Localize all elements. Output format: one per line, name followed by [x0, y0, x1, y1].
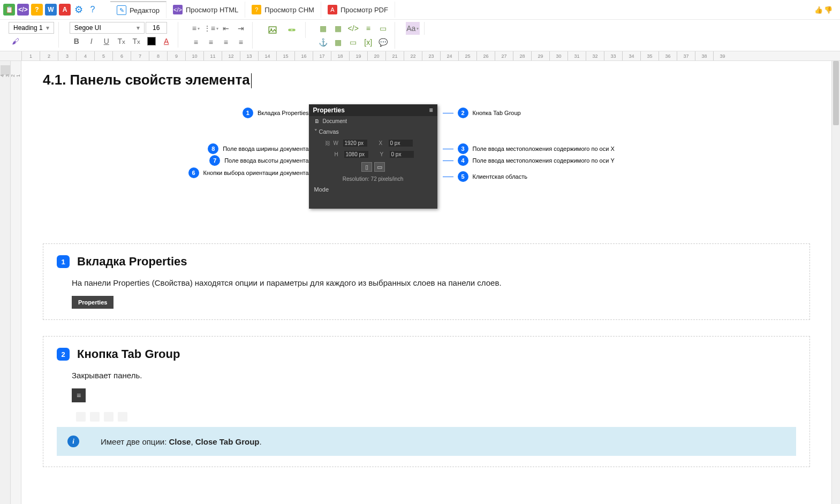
info-box: i Имеет две опции: Close, Close Tab Grou… — [57, 427, 796, 456]
insert-image-button[interactable] — [263, 22, 282, 38]
callout-7: Поле ввода высоты документа7 — [186, 155, 309, 166]
mini-btn[interactable] — [90, 412, 100, 422]
properties-panel-mock: Properties≡ 🗎Document ˅ Canvas ⛓ W X H Y — [309, 104, 437, 209]
svg-rect-3 — [291, 29, 292, 30]
text-color-button[interactable]: A — [160, 35, 173, 48]
callout-2: 2Кнопка Tab Group — [443, 108, 521, 118]
insert-box-button[interactable]: ▭ — [376, 22, 390, 35]
section-2: 2 Кнопка Tab Group Закрывает панель. ≡ i… — [43, 336, 810, 467]
insert-grid-button[interactable]: ▦ — [331, 36, 345, 49]
callout-6: Кнопки выбора ориентации документа6 — [186, 167, 309, 178]
anchor-button[interactable]: ⚓ — [316, 36, 330, 49]
vertical-ruler: for(let i=1;i<=22;i++)document.write('<s… — [11, 61, 21, 504]
insert-field-button[interactable]: ▭ — [346, 36, 360, 49]
thumbs-up-icon[interactable]: 👍 — [814, 6, 823, 14]
word-icon[interactable]: W — [44, 3, 58, 17]
number-list-button[interactable]: ⋮≡ — [204, 22, 218, 35]
underline-button[interactable]: U — [100, 35, 113, 48]
tab-label: Редактор — [130, 6, 160, 14]
section-number: 2 — [57, 348, 70, 361]
h-label: H — [335, 151, 341, 157]
tab-chm[interactable]: ? Просмотр CHM — [245, 2, 321, 18]
tab-label: Просмотр CHM — [264, 6, 314, 14]
view-tabs: ✎ Редактор </> Просмотр HTML ? Просмотр … — [110, 1, 395, 18]
tab-pdf[interactable]: A Просмотр PDF — [321, 2, 395, 18]
font-size-input[interactable]: 16 — [146, 22, 167, 34]
insert-table-button[interactable]: ▦ — [331, 22, 345, 35]
help-file-icon[interactable]: ? — [30, 3, 44, 17]
landscape-button: ▭ — [374, 162, 385, 172]
callout-4: 4Поле ввода местоположения содержимого п… — [443, 155, 615, 166]
feedback-icons: 👍 👎 — [814, 6, 838, 14]
insert-link-button[interactable] — [283, 22, 301, 38]
insert-comment-button[interactable]: 💬 — [376, 36, 390, 49]
w-label: W — [334, 140, 340, 146]
bg-color-button[interactable] — [145, 35, 158, 48]
tab-group-icon: ≡ — [72, 388, 86, 402]
top-toolbar: 📋 </> ? W A ⚙ ? ✎ Редактор </> Просмотр … — [0, 0, 840, 20]
insert-video-button[interactable]: ▦ — [316, 22, 330, 35]
scrollbar-thumb[interactable] — [833, 61, 839, 125]
panel-title: Properties — [313, 106, 345, 114]
section-title: Вкладка Properties — [77, 255, 187, 269]
panel-doc-label: Document — [323, 118, 347, 124]
highlight-button[interactable]: Aa — [406, 22, 420, 35]
info-text: Имеет две опции: Close, Close Tab Group. — [101, 437, 262, 446]
tab-label: Просмотр PDF — [340, 6, 388, 14]
left-sidebar — [0, 61, 11, 504]
document-icon: 🗎 — [314, 118, 320, 124]
bold-button[interactable]: B — [70, 35, 84, 48]
page-title: 4.1. Панель свойств элемента — [43, 72, 810, 88]
superscript-button[interactable]: Tx — [130, 35, 143, 48]
code-icon[interactable]: </> — [16, 3, 30, 17]
mini-toolbar — [72, 410, 796, 424]
properties-chip: Properties — [72, 296, 113, 309]
section-number: 1 — [57, 255, 70, 268]
section-title: Кнопка Tab Group — [77, 347, 180, 361]
mini-btn[interactable] — [76, 412, 86, 422]
insert-var-button[interactable]: [x] — [361, 36, 375, 49]
align-right-button[interactable]: ≡ — [219, 36, 233, 49]
x-label: X — [379, 140, 385, 146]
section-body: Закрывает панель. — [72, 371, 796, 380]
x-input — [389, 140, 413, 147]
italic-button[interactable]: I — [85, 35, 99, 48]
canvas-section: ˅ Canvas — [309, 126, 437, 138]
subscript-button[interactable]: Tx — [115, 35, 128, 48]
style-dropdown[interactable]: Heading 1 — [9, 22, 54, 34]
font-dropdown[interactable]: Segoe UI — [70, 22, 145, 34]
resolution-label: Resolution: 72 pixels/inch — [309, 174, 437, 184]
pdf-icon[interactable]: A — [58, 3, 72, 17]
bullet-list-button[interactable]: ≡ — [189, 22, 203, 35]
info-icon: i — [67, 436, 79, 447]
thumbs-down-icon[interactable]: 👎 — [824, 6, 833, 14]
callout-5: 5Клиентская область — [443, 171, 528, 182]
document-page: 4.1. Панель свойств элемента Properties≡… — [21, 61, 831, 504]
settings-icon[interactable]: ⚙ — [72, 3, 86, 17]
insert-code-button[interactable]: </> — [346, 22, 360, 35]
align-left-button[interactable]: ≡ — [189, 36, 203, 49]
mini-btn[interactable] — [118, 412, 127, 422]
mini-btn[interactable] — [104, 412, 113, 422]
help-icon[interactable]: ? — [86, 3, 100, 17]
vertical-scrollbar[interactable] — [831, 61, 840, 504]
menu-icon: ≡ — [429, 106, 433, 114]
callout-1: Вкладка Properties1 — [186, 108, 309, 118]
align-justify-button[interactable]: ≡ — [234, 36, 248, 49]
format-painter-icon[interactable]: 🖌 — [9, 35, 22, 48]
horizontal-ruler: for(let i=1;i<=39;i++)document.write('<s… — [0, 51, 840, 61]
paste-icon[interactable]: 📋 — [2, 3, 16, 17]
align-center-button[interactable]: ≡ — [204, 36, 218, 49]
indent-button[interactable]: ⇥ — [234, 22, 248, 35]
outdent-button[interactable]: ⇤ — [219, 22, 233, 35]
tab-label: Просмотр HTML — [186, 6, 238, 14]
link-icon: ⛓ — [325, 140, 330, 146]
ribbon: Heading 1 🖌 Segoe UI 16 B I U Tx Tx A ≡ … — [0, 20, 840, 51]
mode-section: Mode — [309, 184, 437, 195]
portrait-button: ▯ — [361, 162, 372, 172]
orientation-buttons: ▯ ▭ — [309, 160, 437, 174]
y-label: Y — [380, 151, 387, 157]
tab-html[interactable]: </> Просмотр HTML — [167, 2, 245, 18]
tab-editor[interactable]: ✎ Редактор — [110, 1, 167, 18]
insert-snippet-button[interactable]: ≡ — [361, 22, 375, 35]
